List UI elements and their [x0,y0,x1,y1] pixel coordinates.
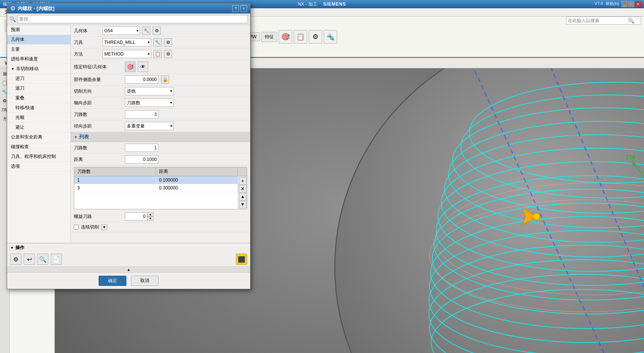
tool-icon-btn-2[interactable]: ⚙ [164,38,172,47]
feature-view-btn[interactable]: 👁 [138,62,148,72]
continuous-checkbox[interactable] [74,225,79,230]
method-label: 方法 [74,51,100,57]
table-down-btn[interactable]: ▼ [239,201,246,208]
dialog-help-btn[interactable]: ? [232,5,239,12]
list-path-label: 刀路数 [74,145,123,151]
op-extra-btn[interactable]: ⬛ [236,254,247,265]
nav-item-transfer[interactable]: 转移/快速 [7,103,71,113]
minimize-btn[interactable]: _ [621,1,627,7]
spiral-down-btn[interactable]: ▼ [147,216,153,221]
noncutting-arrow: ▼ [11,67,15,71]
radial-step-select[interactable]: 多重变量 [125,122,174,130]
cut-dir-label: 切削方向 [74,88,123,95]
cancel-button[interactable]: 取消 [131,276,159,286]
table-cell-paths-1: 1 [74,176,156,184]
geometry-label: 几何体 [74,28,100,34]
close-btn[interactable]: ✕ [635,1,641,7]
lock-btn[interactable]: 🔒 [161,75,169,84]
dialog-search-input[interactable] [17,15,248,23]
nav-item-noncutting[interactable]: ▼非切削移动 [7,64,71,74]
nav-item-machine[interactable]: 刀具、程序和机床控制 [7,152,71,162]
svg-text:YM: YM [625,153,635,161]
method-icon-btn-2[interactable]: ⚙ [164,50,172,58]
spiral-input[interactable] [125,212,147,221]
list-section-header[interactable]: ▼ 列表 [71,132,250,142]
version-label: V7.9 [594,1,603,7]
special-feature-btn[interactable]: 特征 [261,32,277,42]
nav-item-smooth[interactable]: 光顺 [7,113,71,123]
continuous-label: 连续切削 [81,224,99,230]
siemens-logo: SIEMENS [323,2,346,7]
table-header-distance: 距离 [156,167,238,176]
cut-dir-select[interactable]: 逆铣 [125,87,174,95]
ops-label: 操作 [15,245,24,251]
help-menu[interactable]: 帮助(H) [604,1,621,7]
side-stock-input[interactable] [125,75,159,84]
table-delete-btn[interactable]: ✕ [239,185,246,192]
table-row-2[interactable]: 3 0.300000 [74,184,238,192]
op-verify-btn[interactable]: 🔍 [37,254,48,265]
list-section-label: 列表 [79,134,89,140]
axial-step-label: 轴向步距 [74,100,123,106]
path-count-input[interactable] [125,110,159,119]
op-replay-btn[interactable]: ↩ [24,254,35,265]
form-panel: 几何体 G54 ▼ 🔧 ⚙ 刀具 THREAD_MILL [71,25,250,243]
ok-button[interactable]: 确定 [99,276,126,286]
nav-item-retract[interactable]: 退刀 [7,84,71,93]
dialog: ⚙ 内螺纹 - [内螺纹] ? × 🔍 预测 几何体 主要 进给率和速度 [7,3,251,289]
tool-icon-btn-1[interactable]: 🔧 [153,38,162,47]
continuous-expand-btn[interactable]: ▼ [101,224,107,230]
nav-item-tolerance[interactable]: 公差和安全距离 [7,132,71,142]
svg-point-32 [533,213,540,220]
tool-select[interactable]: THREAD_MILL [102,38,151,47]
feature-label: 指定特征/几何体 [74,64,123,70]
ribbon-icon-4[interactable]: 🔩 [324,30,337,44]
method-select[interactable]: METHOD [102,50,151,58]
list-path-input[interactable] [125,144,159,152]
op-postprocess-btn[interactable]: 📄 [51,254,62,265]
path-count-label: 刀路数 [74,111,123,118]
table-row-1[interactable]: 1 0.100000 [74,176,238,184]
search-input[interactable] [568,18,628,23]
nav-item-avoidance[interactable]: 避让 [7,123,71,132]
table-cell-paths-2: 3 [74,184,156,192]
ribbon-icon-3[interactable]: ⚙ [309,30,322,44]
nav-item-forecast[interactable]: 预测 [7,25,71,35]
dialog-titlebar: ⚙ 内螺纹 - [内螺纹] ? × [7,3,250,14]
dialog-icon: ⚙ [10,5,15,12]
table-header-paths: 刀路数 [74,167,156,176]
nav-item-main[interactable]: 主要 [7,45,71,54]
feature-select-btn[interactable]: 🎯 [125,62,135,72]
nav-item-geometry[interactable]: 几何体 [7,35,71,45]
nav-item-approach[interactable]: 进刀 [7,74,71,84]
nx-title: NX - 加工 [298,1,317,8]
ribbon-icon-2[interactable]: 📋 [294,30,307,44]
table-up-btn[interactable]: ▲ [239,193,246,200]
spiral-label: 螺旋刀路 [74,213,123,220]
spiral-up-btn[interactable]: ▲ [147,212,153,216]
collapse-handle[interactable]: ▲ [7,266,250,272]
geometry-select[interactable]: G54 [102,27,140,35]
ops-arrow: ▼ [10,246,14,250]
table-add-btn[interactable]: + [239,177,246,185]
dialog-title: 内螺纹 - [内螺纹] [18,5,54,12]
nav-item-feedrate[interactable]: 进给率和速度 [7,54,71,64]
dialog-close-btn[interactable]: × [240,5,247,12]
search-icon-dialog: 🔍 [9,16,16,22]
list-distance-input[interactable] [125,155,159,164]
op-generate-btn[interactable]: ⚙ [10,254,21,265]
geometry-icon-btn-2[interactable]: ⚙ [153,27,161,35]
maximize-btn[interactable]: □ [628,1,634,7]
radial-step-label: 径向步距 [74,123,123,129]
axial-step-select[interactable]: 刀路数 [125,99,174,107]
table-cell-distance-1: 0.100000 [156,176,238,184]
nav-item-options[interactable]: 选项 [7,162,71,171]
geometry-icon-btn-1[interactable]: 🔧 [142,27,150,35]
list-section-arrow: ▼ [74,135,78,139]
tool-label: 刀具 [74,39,100,46]
nav-item-collision[interactable]: 碰撞检查 [7,142,71,152]
search-icon[interactable]: 🔍 [628,18,634,24]
method-icon-btn-1[interactable]: 📋 [153,50,162,58]
nav-item-overlap[interactable]: 重叠 [7,93,71,103]
ribbon-icon-1[interactable]: 🎯 [279,30,292,44]
